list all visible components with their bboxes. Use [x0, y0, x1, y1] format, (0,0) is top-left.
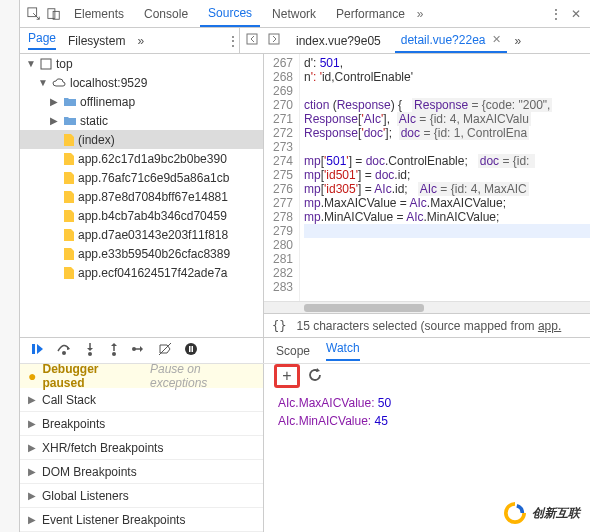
- subtab-filesystem[interactable]: Filesystem: [68, 34, 125, 48]
- svg-rect-13: [192, 346, 194, 352]
- tab-sources[interactable]: Sources: [200, 0, 260, 27]
- folder-icon: [64, 116, 76, 126]
- code-lines: d': 501,n': 'id,ControlEnable' ction (Re…: [300, 54, 590, 301]
- tab-watch[interactable]: Watch: [326, 341, 360, 361]
- file-icon: [64, 134, 74, 146]
- refresh-icon[interactable]: [308, 368, 322, 385]
- tree-file[interactable]: app.62c17d1a9bc2b0be390: [20, 149, 263, 168]
- svg-rect-6: [32, 344, 35, 354]
- navigator-tree: ▼top ▼localhost:9529 ▶offlinemap ▶static…: [20, 54, 264, 337]
- add-watch-button[interactable]: +: [274, 364, 300, 388]
- inactive-gutter: [0, 0, 20, 532]
- acc-call-stack[interactable]: ▶Call Stack: [20, 388, 263, 412]
- acc-event-listener-breakpoints[interactable]: ▶Event Listener Breakpoints: [20, 508, 263, 532]
- pause-exceptions-label: Pause on exceptions: [150, 362, 255, 390]
- acc-xhr-breakpoints[interactable]: ▶XHR/fetch Breakpoints: [20, 436, 263, 460]
- svg-rect-1: [48, 8, 55, 18]
- tab-scope[interactable]: Scope: [276, 344, 310, 358]
- debugger-paused-banner: ● Debugger paused Pause on exceptions: [20, 364, 264, 388]
- svg-point-9: [112, 352, 116, 356]
- horizontal-scrollbar[interactable]: [264, 301, 590, 313]
- step-icon[interactable]: [132, 342, 146, 359]
- status-text: 15 characters selected (source mapped fr…: [296, 319, 537, 333]
- nav-next-icon[interactable]: [268, 32, 282, 49]
- file-tab-label: detail.vue?22ea: [401, 33, 486, 47]
- menu-icon[interactable]: ⋮: [548, 7, 564, 21]
- nav-prev-icon[interactable]: [246, 32, 260, 49]
- tree-static[interactable]: ▶static: [20, 111, 263, 130]
- subtab-page[interactable]: Page: [28, 31, 56, 50]
- tree-file[interactable]: app.ecf041624517f42ade7a: [20, 263, 263, 282]
- file-icon: [64, 210, 74, 222]
- tree-file[interactable]: app.e33b59540b26cfac8389: [20, 244, 263, 263]
- file-icon: [64, 172, 74, 184]
- watch-item[interactable]: AIc.MinAICValue: 45: [278, 414, 576, 428]
- tree-file[interactable]: app.87e8d7084bff67e14881: [20, 187, 263, 206]
- acc-dom-breakpoints[interactable]: ▶DOM Breakpoints: [20, 460, 263, 484]
- subtab-overflow[interactable]: »: [137, 34, 144, 48]
- cloud-icon: [52, 78, 66, 88]
- tab-elements[interactable]: Elements: [66, 0, 132, 27]
- tree-top[interactable]: ▼top: [20, 54, 263, 73]
- pause-exceptions-icon[interactable]: [184, 342, 198, 359]
- file-tab-index[interactable]: index.vue?9e05: [290, 28, 387, 53]
- tree-index[interactable]: (index): [20, 130, 263, 149]
- resume-icon[interactable]: [30, 342, 44, 359]
- watch-item[interactable]: AIc.MaxAICValue: 50: [278, 396, 576, 410]
- frame-icon: [40, 58, 52, 70]
- svg-point-11: [185, 343, 197, 355]
- code-editor[interactable]: 2672682692702712722732742752762772782792…: [264, 54, 590, 301]
- info-icon: ●: [28, 368, 36, 384]
- tab-performance[interactable]: Performance: [328, 0, 413, 27]
- subtab-menu[interactable]: ⋮: [227, 34, 239, 48]
- acc-global-listeners[interactable]: ▶Global Listeners: [20, 484, 263, 508]
- file-tab-label: index.vue?9e05: [296, 34, 381, 48]
- file-icon: [64, 191, 74, 203]
- file-tabs-overflow[interactable]: »: [515, 34, 522, 48]
- tree-offlinemap[interactable]: ▶offlinemap: [20, 92, 263, 111]
- svg-point-10: [132, 347, 136, 351]
- close-icon[interactable]: ✕: [492, 33, 501, 46]
- watermark: 创新互联: [500, 500, 584, 526]
- close-devtools[interactable]: ✕: [568, 7, 584, 21]
- acc-breakpoints[interactable]: ▶Breakpoints: [20, 412, 263, 436]
- folder-icon: [64, 97, 76, 107]
- tab-console[interactable]: Console: [136, 0, 196, 27]
- tabs-overflow[interactable]: »: [417, 7, 424, 21]
- step-out-icon[interactable]: [108, 342, 120, 359]
- main-tabs: Elements Console Sources Network Perform…: [20, 0, 590, 28]
- svg-point-7: [62, 351, 66, 355]
- step-into-icon[interactable]: [84, 342, 96, 359]
- format-icon[interactable]: {}: [272, 319, 286, 333]
- watermark-icon: [504, 502, 526, 524]
- svg-rect-5: [41, 59, 51, 69]
- svg-rect-3: [247, 34, 257, 44]
- file-icon: [64, 248, 74, 260]
- line-gutter: 2672682692702712722732742752762772782792…: [264, 54, 300, 301]
- tab-network[interactable]: Network: [264, 0, 324, 27]
- inspect-icon[interactable]: [26, 7, 42, 21]
- step-over-icon[interactable]: [56, 342, 72, 359]
- tree-file[interactable]: app.b4cb7ab4b346cd70459: [20, 206, 263, 225]
- svg-rect-12: [189, 346, 191, 352]
- file-tab-detail[interactable]: detail.vue?22ea ✕: [395, 28, 507, 53]
- accordion-panel: ▶Call Stack ▶Breakpoints ▶XHR/fetch Brea…: [20, 388, 264, 532]
- file-icon: [64, 229, 74, 241]
- svg-point-8: [88, 352, 92, 356]
- file-icon: [64, 267, 74, 279]
- tree-file[interactable]: app.d7ae03143e203f11f818: [20, 225, 263, 244]
- source-map-link[interactable]: app.: [538, 319, 561, 333]
- deactivate-breakpoints-icon[interactable]: [158, 342, 172, 359]
- file-icon: [64, 153, 74, 165]
- svg-rect-4: [269, 34, 279, 44]
- tree-host[interactable]: ▼localhost:9529: [20, 73, 263, 92]
- debugger-controls: [20, 338, 264, 363]
- status-bar: {} 15 characters selected (source mapped…: [264, 313, 590, 337]
- tree-file[interactable]: app.76afc71c6e9d5a86a1cb: [20, 168, 263, 187]
- device-icon[interactable]: [46, 7, 62, 21]
